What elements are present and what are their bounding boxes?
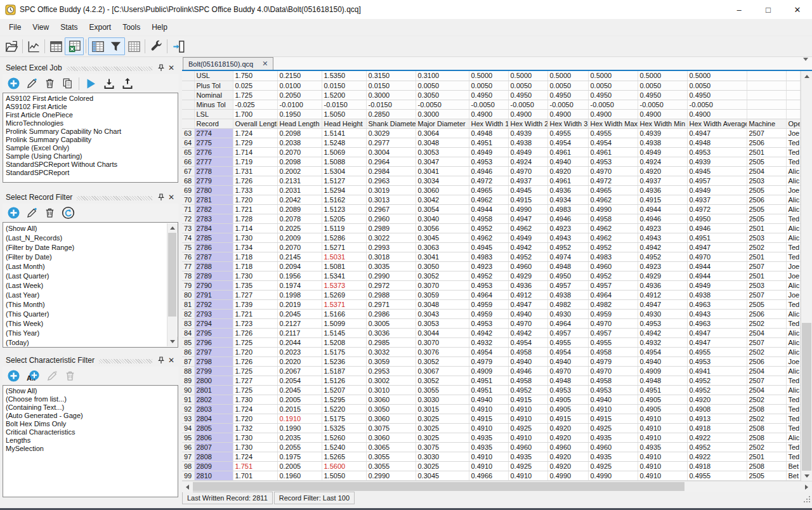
data-cell[interactable]: 1.5260 <box>322 433 366 442</box>
data-cell[interactable]: 0.2117 <box>277 328 322 337</box>
data-cell[interactable]: 0.4947 <box>508 214 547 223</box>
data-cell[interactable]: 0.2025 <box>277 223 322 233</box>
data-cell[interactable]: 1.718 <box>233 261 277 271</box>
data-cell[interactable]: 0.4920 <box>547 433 588 442</box>
data-cell[interactable]: 0.4953 <box>588 157 638 166</box>
data-cell[interactable]: 0.4954 <box>508 337 547 347</box>
data-cell[interactable]: 2504 <box>747 385 786 395</box>
data-cell[interactable]: 0.4951 <box>469 138 508 147</box>
add-job-icon[interactable] <box>7 77 20 90</box>
spec-value-cell[interactable]: 1.5200 <box>322 90 366 100</box>
data-cell[interactable]: 0.4949 <box>469 147 508 157</box>
record-cell[interactable]: 2796 <box>194 337 233 347</box>
spec-value-cell[interactable]: 0.0050 <box>687 81 747 90</box>
data-cell[interactable]: 0.4955 <box>588 128 638 138</box>
data-cell[interactable]: 0.4922 <box>687 433 747 442</box>
data-cell[interactable]: 0.2098 <box>277 128 322 138</box>
data-cell[interactable]: 0.4962 <box>588 233 638 242</box>
data-cell[interactable]: 0.2031 <box>277 185 322 195</box>
row-number-cell[interactable]: 73 <box>182 223 194 233</box>
record-cell[interactable]: 2788 <box>194 261 233 271</box>
data-cell[interactable]: 0.4947 <box>687 337 747 347</box>
data-cell[interactable]: 1.730 <box>233 395 277 404</box>
add-text-filter-icon[interactable]: A.. <box>26 369 41 383</box>
data-cell[interactable]: Alic <box>786 280 800 290</box>
chart-icon[interactable] <box>25 37 43 55</box>
characteristic-filter-item[interactable]: MySelection <box>4 445 177 453</box>
spec-value-cell[interactable]: 0.4900 <box>638 109 687 119</box>
data-cell[interactable]: 0.4960 <box>588 261 638 271</box>
record-cell[interactable]: 2804 <box>194 414 233 423</box>
data-cell[interactable]: 0.4910 <box>508 414 547 423</box>
data-cell[interactable]: 0.4952 <box>687 442 747 452</box>
data-cell[interactable]: 1.5119 <box>322 223 366 233</box>
close-panel-icon[interactable]: ✕ <box>166 192 176 202</box>
data-cell[interactable]: 2508 <box>747 423 786 433</box>
data-cell[interactable]: 0.4920 <box>638 166 687 176</box>
spec-value-cell[interactable]: 0.4950 <box>508 90 547 100</box>
data-cell[interactable]: 1.730 <box>233 433 277 442</box>
column-header-hex-width-min[interactable]: Hex Width Min <box>638 119 687 128</box>
row-number-cell[interactable]: 94 <box>182 423 194 433</box>
column-header-shank-diameter[interactable]: Shank Diameter <box>366 119 416 128</box>
row-number-cell[interactable]: 76 <box>182 252 194 261</box>
data-cell[interactable]: 0.4961 <box>588 147 638 157</box>
characteristic-filter-item[interactable]: (Show All) <box>4 387 177 395</box>
data-cell[interactable]: 1.5069 <box>322 147 366 157</box>
add-characteristic-filter-icon[interactable] <box>7 369 20 383</box>
row-number-cell[interactable]: 67 <box>182 166 194 176</box>
data-cell[interactable]: 0.4951 <box>638 385 687 395</box>
data-cell[interactable]: Ted <box>786 242 800 252</box>
spec-value-cell[interactable]: -0.0150 <box>322 100 366 109</box>
data-cell[interactable]: 0.3059 <box>416 290 469 299</box>
data-cell[interactable]: Joe <box>786 128 800 138</box>
data-cell[interactable]: 0.4945 <box>687 166 747 176</box>
spec-value-cell[interactable]: 0.5000 <box>638 71 687 81</box>
data-cell[interactable]: 1.729 <box>233 138 277 147</box>
column-header-operator[interactable]: Operator <box>786 119 800 128</box>
data-cell[interactable]: 1.726 <box>233 176 277 185</box>
data-cell[interactable]: 0.4943 <box>638 233 687 242</box>
data-cell[interactable]: 0.4970 <box>547 366 588 376</box>
data-cell[interactable]: 1.724 <box>233 452 277 461</box>
data-cell[interactable]: 0.4940 <box>638 356 687 366</box>
edit-record-filter-icon[interactable] <box>26 207 38 219</box>
spec-value-cell[interactable]: 0.4900 <box>508 109 547 119</box>
data-cell[interactable]: 0.4905 <box>547 395 588 404</box>
data-cell[interactable]: 0.4905 <box>547 404 588 414</box>
data-cell[interactable]: 0.3030 <box>416 395 469 404</box>
edit-job-icon[interactable] <box>26 77 38 89</box>
data-cell[interactable]: 0.4949 <box>687 185 747 195</box>
data-cell[interactable]: 0.2002 <box>277 166 322 176</box>
data-cell[interactable]: 0.4942 <box>508 328 547 337</box>
grid-vertical-scrollbar[interactable] <box>801 71 812 481</box>
data-cell[interactable]: 0.4944 <box>687 261 747 271</box>
data-cell[interactable]: 0.4955 <box>588 337 638 347</box>
data-cell[interactable]: 0.2035 <box>277 433 322 442</box>
data-cell[interactable]: 1.5371 <box>322 299 366 309</box>
record-cell[interactable]: 2810 <box>194 471 233 480</box>
spec-value-cell[interactable]: 0.4950 <box>588 90 638 100</box>
record-cell[interactable]: 2799 <box>194 366 233 376</box>
data-cell[interactable]: 1.5265 <box>322 452 366 461</box>
data-cell[interactable]: 0.2131 <box>277 176 322 185</box>
data-cell[interactable]: 2506 <box>747 138 786 147</box>
data-cell[interactable]: 0.4939 <box>638 128 687 138</box>
record-cell[interactable]: 2805 <box>194 423 233 433</box>
data-cell[interactable]: 0.3053 <box>416 147 469 157</box>
export-job-icon[interactable] <box>121 77 134 90</box>
spec-value-cell[interactable] <box>747 90 786 100</box>
data-cell[interactable]: 0.4962 <box>588 223 638 233</box>
data-cell[interactable]: 0.4910 <box>508 433 547 442</box>
data-cell[interactable]: 0.4959 <box>588 309 638 318</box>
column-header-major-diameter[interactable]: Major Diameter <box>416 119 469 128</box>
spec-value-cell[interactable]: 0.4900 <box>547 109 588 119</box>
record-cell[interactable]: 2792 <box>194 299 233 309</box>
data-cell[interactable]: 0.4940 <box>508 356 547 366</box>
data-cell[interactable]: 0.3043 <box>416 309 469 318</box>
data-cell[interactable]: 0.4983 <box>469 252 508 261</box>
data-cell[interactable]: 0.4962 <box>469 195 508 204</box>
close-panel-icon[interactable]: ✕ <box>166 63 176 73</box>
data-cell[interactable]: 1.732 <box>233 423 277 433</box>
row-number-cell[interactable]: 96 <box>182 442 194 452</box>
